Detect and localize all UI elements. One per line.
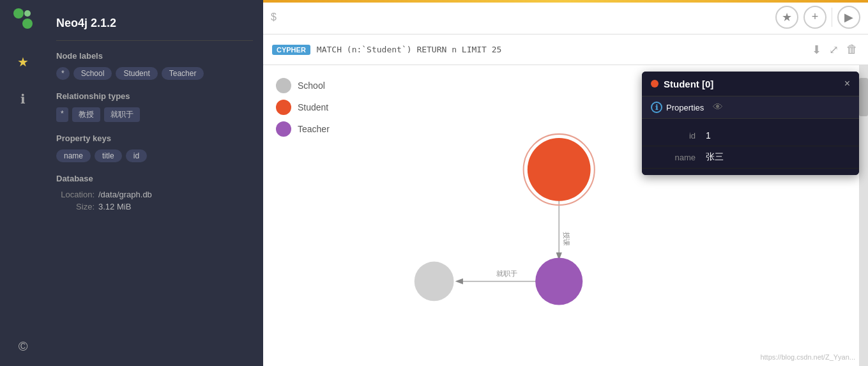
cypher-actions: ⬇ ⤢ 🗑 [811,42,859,58]
nav-favorites-icon[interactable]: ★ [10,49,36,75]
props-tab-properties[interactable]: ℹ Properties [651,102,704,113]
props-tabs: ℹ Properties 👁 [642,96,859,119]
property-keys-row: name title id [56,149,253,162]
props-body: id 1 name 张三 [642,119,859,175]
props-header: Student [0] × [642,72,859,96]
edge-jiaoke-label: 授课 [563,232,570,246]
database-info: Location: /data/graph.db Size: 3.12 MiB [56,190,253,211]
scrollbar[interactable] [859,65,868,366]
app-title: Neo4j 2.1.2 [56,10,253,41]
topbar: $ ★ + ▶ [263,0,868,34]
graph-area[interactable]: School Student Teacher 授课 [263,65,868,366]
watermark: https://blog.csdn.net/Z_Yyan... [760,353,855,361]
database-heading: Database [56,174,253,183]
props-title: Student [0] [664,79,839,89]
db-size-row: Size: 3.12 MiB [56,202,253,211]
nav-copyright-icon[interactable]: © [10,333,36,360]
cypher-query: MATCH (n:`Student`) RETURN n LIMIT 25 [317,45,804,54]
node-labels-heading: Node labels [56,51,253,61]
svg-point-2 [24,10,31,17]
dollar-sign: $ [271,11,769,23]
svg-point-0 [13,8,24,19]
prop-key-title[interactable]: title [95,149,122,162]
props-val-id: 1 [706,130,711,141]
favorite-button[interactable]: ★ [775,6,798,29]
icon-bar: ★ ℹ © [0,0,46,366]
relationship-heading: Relationship types [56,91,253,101]
edge-jiuzhiyu-label: 就职于 [496,270,517,277]
props-tab-icon: ℹ [651,102,662,113]
props-eye-icon[interactable]: 👁 [713,102,723,113]
node-label-student[interactable]: Student [116,67,157,80]
scrollbar-thumb[interactable] [859,78,868,116]
node-labels-row: * School Student Teacher [56,67,253,80]
topbar-actions: ★ + ▶ [775,6,860,29]
teacher-node[interactable] [535,257,582,305]
node-label-star[interactable]: * [56,67,70,80]
props-dot [651,80,659,88]
props-key-name: name [655,153,706,162]
relationship-row: * 教授 就职于 [56,107,253,122]
rel-jiaoshou[interactable]: 教授 [72,107,100,122]
properties-panel: Student [0] × ℹ Properties 👁 id 1 name 张… [642,72,859,175]
expand-icon[interactable]: ⤢ [828,42,840,58]
prop-key-id[interactable]: id [126,149,147,162]
props-tab-label: Properties [666,103,704,112]
db-location-value: /data/graph.db [98,190,152,199]
props-key-id: id [655,131,706,141]
school-node[interactable] [415,262,454,301]
props-row-name: name 张三 [642,146,859,169]
play-button[interactable]: ▶ [837,6,860,29]
neo4j-logo [10,6,36,32]
db-location-row: Location: /data/graph.db [56,190,253,199]
props-row-id: id 1 [642,125,859,146]
props-close-button[interactable]: × [844,78,850,89]
main-area: $ ★ + ▶ CYPHER MATCH (n:`Student`) RETUR… [263,0,868,366]
rel-jiuzhiyu[interactable]: 就职于 [104,107,140,122]
db-size-value: 3.12 MiB [98,202,131,211]
student-node[interactable] [528,138,591,201]
rel-star[interactable]: * [56,107,68,122]
trash-icon[interactable]: 🗑 [845,42,859,57]
nav-info-icon[interactable]: ℹ [10,86,36,112]
download-icon[interactable]: ⬇ [811,42,823,58]
property-keys-heading: Property keys [56,133,253,143]
add-button[interactable]: + [803,6,826,29]
topbar-divider [832,8,832,27]
prop-key-name[interactable]: name [56,149,91,162]
svg-point-1 [22,19,33,29]
props-val-name: 张三 [706,151,724,163]
db-size-label: Size: [56,202,95,211]
sidebar: Neo4j 2.1.2 Node labels * School Student… [46,0,263,366]
node-label-teacher[interactable]: Teacher [162,67,204,80]
db-location-label: Location: [56,190,95,199]
node-label-school[interactable]: School [73,67,112,80]
cypher-bar: CYPHER MATCH (n:`Student`) RETURN n LIMI… [263,34,868,65]
orange-top-bar [263,0,868,3]
cypher-badge: CYPHER [272,45,310,55]
